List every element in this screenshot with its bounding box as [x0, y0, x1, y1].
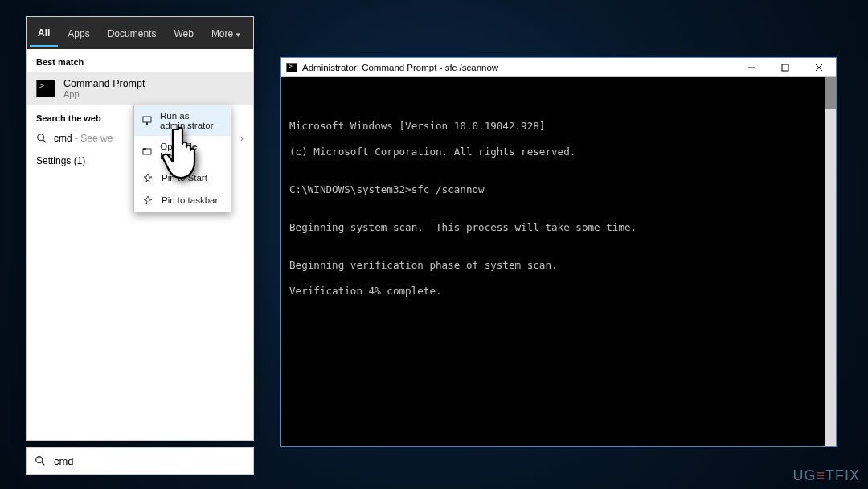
result-subtitle: App	[63, 89, 145, 99]
web-query: cmd	[54, 133, 72, 144]
maximize-icon	[781, 64, 789, 72]
minimize-button[interactable]	[735, 58, 768, 77]
svg-line-1	[43, 140, 46, 142]
close-button[interactable]	[802, 58, 836, 77]
window-title: Administrator: Command Prompt - sfc /sca…	[302, 63, 498, 72]
search-input[interactable]	[54, 455, 245, 467]
brand-part-eq: ≡	[816, 467, 825, 483]
brand-part-b: TFIX	[825, 467, 860, 483]
svg-line-10	[816, 64, 822, 71]
scrollbar-track[interactable]	[825, 77, 836, 446]
pin-icon	[142, 195, 154, 206]
scrollbar-thumb[interactable]	[825, 77, 836, 109]
svg-rect-5	[143, 148, 146, 150]
taskbar-search-box[interactable]	[26, 447, 254, 475]
context-label: Pin to taskbar	[162, 195, 218, 205]
svg-point-0	[38, 134, 44, 141]
term-line: Beginning system scan. This process will…	[289, 221, 828, 234]
chevron-right-icon: ›	[240, 133, 244, 144]
close-icon	[815, 64, 823, 72]
svg-rect-2	[143, 117, 151, 122]
svg-point-6	[36, 457, 43, 463]
result-title: Command Prompt	[63, 78, 145, 89]
brand-part-a: UG	[792, 467, 816, 483]
term-line: Microsoft Windows [Version 10.0.19042.92…	[289, 120, 828, 133]
term-line: Beginning verification phase of system s…	[289, 259, 828, 272]
best-match-label: Best match	[27, 49, 253, 72]
minimize-icon	[747, 64, 755, 72]
hand-cursor-icon	[161, 125, 209, 183]
tab-apps[interactable]: Apps	[59, 20, 97, 46]
svg-rect-3	[146, 122, 148, 125]
tab-web[interactable]: Web	[166, 20, 201, 46]
svg-line-7	[42, 462, 44, 465]
search-result-command-prompt[interactable]: Command Prompt App	[27, 72, 253, 105]
svg-line-11	[816, 64, 822, 71]
svg-rect-4	[143, 149, 151, 154]
shield-icon	[142, 115, 152, 126]
titlebar[interactable]: Administrator: Command Prompt - sfc /sca…	[281, 58, 836, 77]
term-line: Verification 4% complete.	[289, 285, 828, 298]
maximize-button[interactable]	[768, 58, 802, 77]
window-controls	[735, 58, 836, 77]
tab-documents[interactable]: Documents	[100, 20, 165, 46]
chevron-down-icon: ▼	[235, 31, 241, 39]
search-icon	[35, 455, 46, 466]
search-icon	[36, 133, 47, 144]
tab-more-label: More	[211, 28, 233, 39]
terminal-output[interactable]: Microsoft Windows [Version 10.0.19042.92…	[281, 77, 836, 446]
pin-icon	[142, 172, 154, 183]
command-prompt-window: Administrator: Command Prompt - sfc /sca…	[280, 57, 837, 447]
folder-icon	[142, 146, 152, 157]
svg-rect-9	[782, 64, 788, 71]
cmd-icon	[36, 80, 55, 97]
tab-all[interactable]: All	[30, 19, 58, 47]
watermark: UG≡TFIX	[792, 467, 860, 484]
web-hint: - See we	[72, 133, 113, 144]
term-line: (c) Microsoft Corporation. All rights re…	[289, 146, 828, 158]
start-search-panel: All Apps Documents Web More▼ Best match …	[26, 16, 254, 441]
context-pin-to-taskbar[interactable]: Pin to taskbar	[134, 189, 231, 212]
result-text: Command Prompt App	[63, 78, 145, 99]
cmd-icon	[286, 63, 297, 72]
search-tabs: All Apps Documents Web More▼	[27, 17, 253, 49]
term-line: C:\WINDOWS\system32>sfc /scannow	[289, 183, 828, 196]
tab-more[interactable]: More▼	[203, 20, 249, 46]
